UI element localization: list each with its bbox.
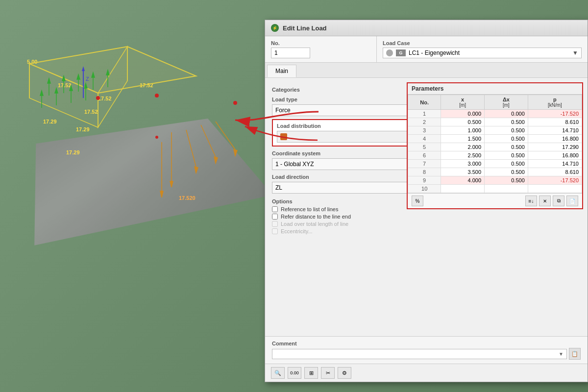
comment-arrow: ▼	[559, 351, 564, 357]
cell-dx: 0.500	[485, 168, 528, 176]
lc-color-dot	[386, 49, 393, 56]
cell-dx: 0.500	[485, 135, 528, 143]
cell-p: -17.520	[528, 176, 582, 185]
svg-text:Z: Z	[86, 76, 89, 82]
table-row[interactable]: 6 2.500 0.500 16.800	[408, 151, 582, 160]
scene-label: 17.29	[43, 119, 57, 124]
toolbar-num-btn[interactable]: 0.00	[288, 367, 301, 379]
scene-label: 17.52	[58, 82, 72, 88]
toolbar-search-btn[interactable]: 🔍	[271, 367, 285, 379]
params-copy-btn[interactable]: ⧉	[553, 196, 564, 206]
table-row[interactable]: 3 1.000 0.500 14.710	[408, 126, 582, 135]
cell-no: 10	[408, 185, 441, 193]
table-row[interactable]: 5 2.000 0.500 17.290	[408, 143, 582, 151]
comment-label: Comment	[272, 341, 581, 346]
cell-p: 14.710	[528, 160, 582, 168]
svg-marker-0	[29, 47, 196, 93]
svg-marker-2	[98, 47, 127, 127]
parameters-panel: Parameters No. x [m] Δx [m] p [kN/m]	[407, 82, 583, 209]
cell-dx: 0.500	[485, 143, 528, 151]
svg-marker-11	[62, 76, 65, 81]
opt-load-total-row: Load over total length of line	[272, 221, 581, 227]
opt-refer-dist-label: Refer distance to the line end	[281, 214, 351, 220]
coord-value: 1 - Global XYZ	[275, 161, 314, 168]
cell-dx: 0.500	[485, 118, 528, 126]
cell-x: 2.500	[441, 151, 485, 160]
no-input[interactable]	[271, 48, 310, 58]
toolbar-scissors-btn[interactable]: ✂	[321, 367, 335, 379]
cell-x: 0.000	[441, 110, 485, 118]
comment-icon-btn[interactable]: 📋	[569, 348, 581, 360]
svg-marker-6	[82, 66, 85, 71]
cell-x: 1.500	[441, 135, 485, 143]
toolbar-gear-btn[interactable]: ⚙	[338, 367, 351, 379]
scene-label: 17.52	[84, 109, 98, 115]
svg-marker-15	[92, 73, 95, 77]
cell-p: 8.610	[528, 168, 582, 176]
cell-x	[441, 185, 485, 193]
cell-p: 8.610	[528, 118, 582, 126]
dialog-icon: ⚡	[271, 24, 279, 32]
opt-eccentricity-label: Eccentricity...	[281, 228, 313, 234]
cell-no: 4	[408, 135, 441, 143]
params-percent-btn[interactable]: %	[412, 196, 423, 206]
comment-row: ▼ 📋	[272, 348, 581, 360]
params-close-btn[interactable]: ✕	[539, 196, 551, 206]
cell-no: 1	[408, 110, 441, 118]
svg-marker-13	[77, 74, 80, 79]
floor-plane	[34, 119, 272, 245]
cell-dx: 0.500	[485, 126, 528, 135]
cell-p: 16.800	[528, 135, 582, 143]
cell-no: 7	[408, 160, 441, 168]
tab-main[interactable]: Main	[267, 65, 296, 77]
opt-ref-list-label: Reference to list of lines	[281, 206, 338, 212]
opt-ref-list-checkbox[interactable]	[272, 206, 278, 212]
table-row[interactable]: 7 3.000 0.500 14.710	[408, 160, 582, 168]
svg-marker-9	[48, 78, 50, 83]
cell-x: 3.000	[441, 160, 485, 168]
svg-marker-21	[55, 88, 58, 93]
cell-dx: 0.500	[485, 160, 528, 168]
scene-label: 17.52	[98, 96, 112, 101]
opt-eccentricity-checkbox[interactable]	[272, 228, 278, 234]
params-export-btn[interactable]: 📄	[566, 196, 578, 206]
scene-label: 5.00	[27, 59, 37, 65]
scene-label: 17.520	[179, 195, 196, 201]
load-dir-value: ZL	[275, 184, 282, 191]
comment-dropdown[interactable]: ▼	[272, 349, 567, 359]
table-row[interactable]: 1 0.000 0.000 -17.520	[408, 110, 582, 118]
no-section: No.	[265, 36, 377, 62]
cell-no: 2	[408, 118, 441, 126]
table-row[interactable]: 2 0.500 0.500 8.610	[408, 118, 582, 126]
opt-refer-dist-checkbox[interactable]	[272, 214, 278, 220]
col-no-header: No.	[408, 95, 441, 110]
params-sort-btn[interactable]: ≡↓	[525, 196, 537, 206]
cell-dx: 0.500	[485, 151, 528, 160]
cell-dx: 0.500	[485, 176, 528, 185]
lc-name: LC1 - Eigengewicht	[409, 49, 460, 56]
lc-display[interactable]: G LC1 - Eigengewicht ▼	[383, 48, 582, 58]
table-row[interactable]: 8 3.500 0.500 8.610	[408, 168, 582, 176]
dialog-titlebar: ⚡ Edit Line Load	[265, 20, 588, 36]
params-table: No. x [m] Δx [m] p [kN/m] 1 0.000 0.000	[408, 95, 582, 193]
svg-point-37	[155, 94, 159, 98]
cell-no: 9	[408, 176, 441, 185]
cell-x: 4.000	[441, 176, 485, 185]
cell-p: -17.520	[528, 110, 582, 118]
cell-dx	[485, 185, 528, 193]
params-footer: % ≡↓ ✕ ⧉ 📄	[408, 193, 582, 208]
comment-section: Comment ▼ 📋	[265, 336, 588, 364]
scene-label: 17.29	[66, 149, 80, 155]
svg-marker-25	[84, 83, 87, 88]
toolbar-grid-btn[interactable]: ⊞	[304, 367, 318, 379]
cell-p	[528, 185, 582, 193]
table-row[interactable]: 4 1.500 0.500 16.800	[408, 135, 582, 143]
table-row[interactable]: 9 4.000 0.500 -17.520	[408, 176, 582, 185]
svg-point-38	[233, 101, 237, 105]
varying-color	[280, 133, 287, 140]
opt-load-total-checkbox[interactable]	[272, 221, 278, 227]
tab-bar: Main	[265, 63, 588, 78]
table-row[interactable]: 10	[408, 185, 582, 193]
col-x-header: x [m]	[441, 95, 485, 110]
load-type-value: Force	[275, 107, 291, 114]
